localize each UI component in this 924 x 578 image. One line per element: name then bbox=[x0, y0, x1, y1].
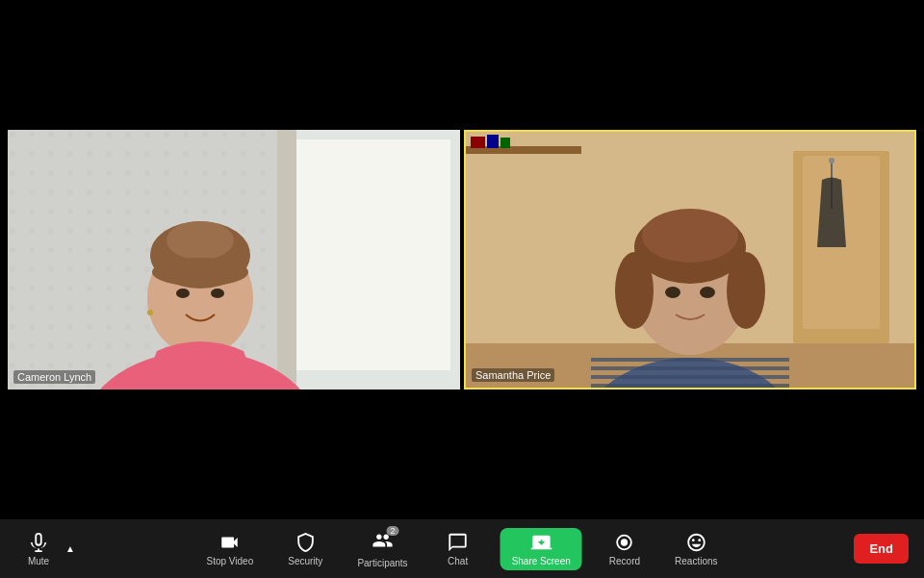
svg-point-12 bbox=[176, 289, 190, 298]
security-label: Security bbox=[288, 556, 322, 566]
shield-icon bbox=[295, 532, 316, 553]
chat-label: Chat bbox=[448, 556, 468, 566]
chat-button[interactable]: Chat bbox=[435, 528, 481, 570]
mute-label: Mute bbox=[28, 556, 49, 566]
participant-name-cameron: Cameron Lynch bbox=[13, 370, 95, 384]
svg-point-13 bbox=[211, 289, 224, 298]
svg-point-37 bbox=[665, 287, 680, 298]
svg-point-11 bbox=[152, 258, 248, 287]
svg-point-35 bbox=[727, 252, 765, 329]
toolbar-left: Mute ▲ bbox=[15, 528, 77, 570]
svg-point-20 bbox=[829, 158, 834, 163]
svg-rect-29 bbox=[591, 375, 789, 379]
svg-rect-23 bbox=[487, 135, 499, 148]
svg-rect-3 bbox=[277, 130, 296, 390]
mute-group: Mute ▲ bbox=[15, 528, 77, 570]
svg-point-10 bbox=[167, 221, 234, 260]
video-area: Cameron Lynch bbox=[0, 0, 924, 519]
svg-point-40 bbox=[621, 539, 628, 545]
svg-rect-22 bbox=[471, 137, 485, 148]
svg-point-36 bbox=[642, 209, 738, 263]
record-label: Record bbox=[609, 556, 640, 566]
mute-caret[interactable]: ▲ bbox=[64, 543, 77, 554]
security-button[interactable]: Security bbox=[280, 528, 330, 570]
reactions-icon bbox=[685, 532, 706, 553]
chat-icon bbox=[448, 532, 469, 553]
stop-video-button[interactable]: Stop Video bbox=[199, 528, 262, 570]
share-screen-icon bbox=[530, 532, 552, 553]
participants-button[interactable]: 2 Participants bbox=[349, 526, 415, 572]
record-button[interactable]: Record bbox=[602, 528, 648, 570]
svg-point-14 bbox=[147, 310, 153, 315]
microphone-icon bbox=[28, 532, 49, 553]
share-screen-label: Share Screen bbox=[512, 556, 571, 566]
mute-button[interactable]: Mute bbox=[15, 528, 62, 570]
participants-count: 2 bbox=[386, 526, 398, 536]
participant-name-samantha: Samantha Price bbox=[472, 368, 554, 382]
svg-point-38 bbox=[700, 287, 715, 298]
svg-rect-2 bbox=[287, 139, 450, 370]
reactions-button[interactable]: Reactions bbox=[667, 528, 725, 570]
toolbar-right: End bbox=[854, 534, 909, 564]
svg-point-34 bbox=[615, 252, 654, 329]
video-tile-samantha: Samantha Price bbox=[464, 130, 916, 390]
toolbar-center: Stop Video Security 2 Participants Ch bbox=[199, 526, 726, 572]
reactions-label: Reactions bbox=[675, 556, 717, 566]
toolbar: Mute ▲ Stop Video Security bbox=[0, 519, 924, 578]
participants-label: Participants bbox=[357, 558, 407, 568]
svg-rect-28 bbox=[591, 366, 789, 370]
record-icon bbox=[614, 532, 635, 553]
video-icon bbox=[219, 532, 241, 553]
end-button[interactable]: End bbox=[854, 534, 909, 564]
svg-rect-24 bbox=[500, 138, 510, 148]
share-screen-button[interactable]: Share Screen bbox=[500, 528, 582, 570]
video-tile-cameron: Cameron Lynch bbox=[8, 130, 460, 390]
stop-video-label: Stop Video bbox=[207, 556, 254, 566]
svg-rect-30 bbox=[591, 384, 789, 388]
svg-rect-27 bbox=[591, 358, 789, 362]
